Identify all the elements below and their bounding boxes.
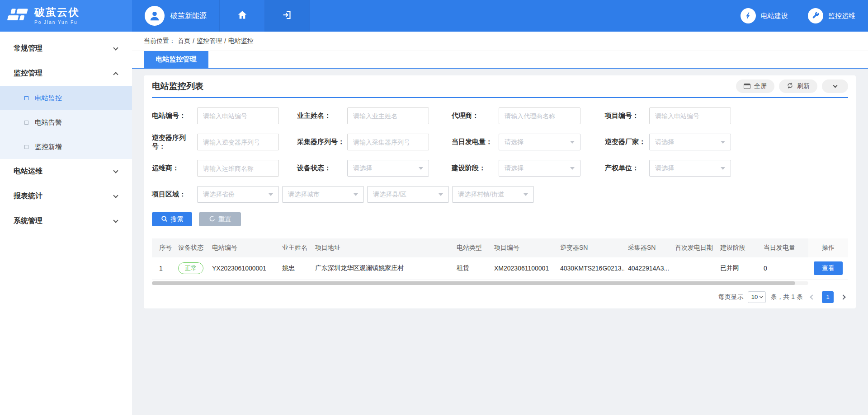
sidebar-item-general-mgmt[interactable]: 常规管理 bbox=[0, 36, 132, 61]
chevron-down-icon bbox=[721, 167, 725, 170]
submenu-monitor-mgmt: 电站监控 电站告警 监控新增 bbox=[0, 86, 132, 159]
field-label: 逆变器厂家： bbox=[605, 138, 649, 146]
menu-label: 监控管理 bbox=[14, 69, 42, 78]
cell-build-stage: 已并网 bbox=[717, 257, 760, 279]
panel-header: 电站监控列表 全屏 bbox=[152, 75, 848, 98]
square-bullet-icon bbox=[24, 145, 28, 149]
refresh-icon bbox=[787, 82, 793, 90]
square-bullet-icon bbox=[24, 121, 28, 125]
field-label: 业主姓名： bbox=[297, 112, 347, 120]
select-placeholder: 请选择村镇/街道 bbox=[458, 191, 504, 199]
scrollbar-thumb[interactable] bbox=[152, 281, 795, 285]
collapse-panel-button[interactable] bbox=[822, 79, 848, 93]
field-label: 采集器序列号： bbox=[297, 138, 347, 146]
panel-tools: 全屏 bbox=[736, 79, 848, 93]
sidebar-item-system-mgmt[interactable]: 系统管理 bbox=[0, 209, 132, 233]
nav-monitor-ops[interactable]: 监控运维 bbox=[808, 8, 855, 23]
field-label: 项目区域： bbox=[152, 190, 197, 199]
chevron-down-icon bbox=[113, 218, 118, 223]
home-button[interactable] bbox=[219, 0, 264, 32]
search-button[interactable]: 搜索 bbox=[152, 212, 192, 226]
field-inverter-vendor: 逆变器厂家： 请选择 bbox=[605, 134, 731, 150]
pagination: 每页显示 10 条，共 1 条 1 bbox=[152, 291, 848, 303]
next-page-button[interactable] bbox=[838, 291, 848, 303]
cell-first-gen-date bbox=[671, 257, 717, 279]
field-label: 当日发电量： bbox=[452, 138, 499, 146]
view-button[interactable]: 查看 bbox=[814, 261, 843, 275]
cell-address: 广东深圳龙华区观澜镇姚家庄村 bbox=[311, 257, 453, 279]
submenu-label: 电站监控 bbox=[35, 94, 62, 103]
per-page-select[interactable]: 10 bbox=[748, 291, 766, 303]
sidebar-item-station-alarm[interactable]: 电站告警 bbox=[0, 110, 132, 135]
prev-page-button[interactable] bbox=[807, 291, 817, 303]
cell-actions: 查看 bbox=[808, 257, 848, 279]
town-select[interactable]: 请选择村镇/街道 bbox=[452, 186, 534, 203]
sidebar-item-monitor-mgmt[interactable]: 监控管理 bbox=[0, 61, 132, 86]
sidebar-item-station-monitor[interactable]: 电站监控 bbox=[0, 86, 132, 110]
project-no-input[interactable] bbox=[649, 107, 731, 124]
horizontal-scrollbar[interactable] bbox=[152, 281, 808, 285]
menu-label: 常规管理 bbox=[14, 44, 42, 53]
breadcrumb-item-monitor-mgmt[interactable]: 监控管理 bbox=[197, 37, 222, 45]
station-no-input[interactable] bbox=[197, 107, 279, 124]
col-build-stage: 建设阶段 bbox=[717, 238, 760, 257]
table-header-row: 序号 设备状态 电站编号 业主姓名 项目地址 电站类型 项目编号 逆变器SN 采… bbox=[152, 238, 848, 257]
collector-sn-input[interactable] bbox=[347, 134, 429, 150]
filter-row-3: 运维商： 设备状态： 请选择 建设阶段： bbox=[152, 160, 848, 177]
inverter-vendor-select[interactable]: 请选择 bbox=[649, 134, 731, 150]
select-placeholder: 请选择 bbox=[353, 164, 372, 173]
city-select[interactable]: 请选择城市 bbox=[282, 186, 364, 203]
filter-row-2: 逆变器序列号： 采集器序列号： 当日发电量： 请选择 bbox=[152, 134, 848, 150]
col-station-no: 电站编号 bbox=[208, 238, 278, 257]
breadcrumb: 当前位置： 首页 / 监控管理 / 电站监控 bbox=[132, 32, 868, 51]
agent-input[interactable] bbox=[499, 107, 580, 124]
filter-row-1: 电站编号： 业主姓名： 代理商： bbox=[152, 107, 848, 124]
brand-logo[interactable]: 破茧云伏 Po Jian Yun Fu bbox=[0, 0, 132, 32]
inverter-sn-input[interactable] bbox=[197, 134, 279, 150]
build-stage-select[interactable]: 请选择 bbox=[499, 160, 580, 177]
breadcrumb-item-home[interactable]: 首页 bbox=[178, 37, 190, 45]
device-status-select[interactable]: 请选择 bbox=[347, 160, 429, 177]
avatar bbox=[145, 6, 165, 26]
chevron-down-icon bbox=[439, 193, 443, 196]
fullscreen-button[interactable]: 全屏 bbox=[736, 79, 774, 93]
sidebar-item-station-ops[interactable]: 电站运维 bbox=[0, 159, 132, 184]
search-label: 搜索 bbox=[171, 215, 184, 224]
col-project-no: 项目编号 bbox=[491, 238, 557, 257]
top-header: 破茧云伏 Po Jian Yun Fu 破茧新能源 bbox=[0, 0, 868, 32]
reset-button[interactable]: 重置 bbox=[199, 212, 241, 226]
sidebar-item-report-stats[interactable]: 报表统计 bbox=[0, 184, 132, 209]
field-build-stage: 建设阶段： 请选择 bbox=[452, 160, 580, 177]
nav-station-build[interactable]: 电站建设 bbox=[741, 8, 788, 23]
refresh-button[interactable]: 刷新 bbox=[779, 79, 817, 93]
field-label: 产权单位： bbox=[605, 164, 649, 173]
per-page-value: 10 bbox=[751, 294, 758, 300]
body-row: 常规管理 监控管理 电站监控 电站告警 监控新增 bbox=[0, 32, 868, 415]
tab-station-monitor-mgmt[interactable]: 电站监控管理 bbox=[144, 51, 208, 68]
lightning-icon bbox=[741, 8, 756, 23]
select-placeholder: 请选择 bbox=[655, 138, 674, 146]
ops-vendor-input[interactable] bbox=[197, 160, 279, 177]
page-number-1[interactable]: 1 bbox=[822, 291, 834, 303]
province-select[interactable]: 请选择省份 bbox=[197, 186, 279, 203]
breadcrumb-item-station-monitor[interactable]: 电站监控 bbox=[228, 37, 254, 45]
logo-text: 破茧云伏 Po Jian Yun Fu bbox=[34, 7, 80, 24]
owner-name-input[interactable] bbox=[347, 107, 429, 124]
chevron-down-icon bbox=[354, 193, 358, 196]
field-collector-sn: 采集器序列号： bbox=[297, 134, 429, 150]
daily-generation-select[interactable]: 请选择 bbox=[499, 134, 580, 150]
chevron-down-icon bbox=[524, 193, 528, 196]
logout-button[interactable] bbox=[264, 0, 310, 32]
filter-row-4: 项目区域： 请选择省份 请选择城市 bbox=[152, 186, 848, 203]
fullscreen-icon bbox=[744, 84, 750, 89]
user-menu[interactable]: 破茧新能源 bbox=[132, 0, 219, 32]
field-daily-generation: 当日发电量： 请选择 bbox=[452, 134, 580, 150]
user-name: 破茧新能源 bbox=[170, 11, 207, 21]
sidebar-item-monitor-add[interactable]: 监控新增 bbox=[0, 135, 132, 159]
main-area: 当前位置： 首页 / 监控管理 / 电站监控 电站监控管理 电站监控列表 bbox=[132, 32, 868, 415]
station-table: 序号 设备状态 电站编号 业主姓名 项目地址 电站类型 项目编号 逆变器SN 采… bbox=[152, 238, 848, 285]
field-label: 运维商： bbox=[152, 164, 197, 173]
property-unit-select[interactable]: 请选择 bbox=[649, 160, 731, 177]
panel-title: 电站监控列表 bbox=[152, 80, 203, 92]
district-select[interactable]: 请选择县/区 bbox=[367, 186, 449, 203]
